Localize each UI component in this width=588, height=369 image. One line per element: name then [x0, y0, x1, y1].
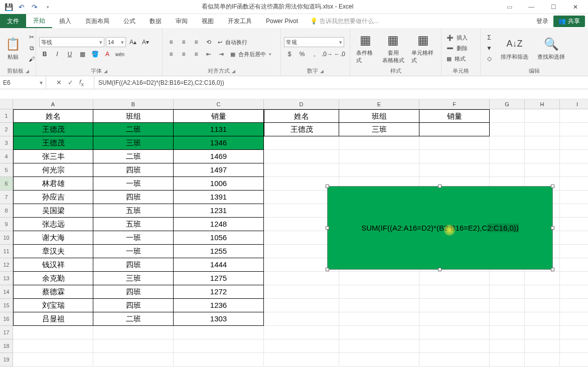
cell-A13[interactable]: 余克勤 [13, 272, 93, 285]
col-header-F[interactable]: F [419, 99, 490, 109]
ribbon-options-icon[interactable]: ▭ [499, 1, 520, 13]
tab-view[interactable]: 视图 [195, 14, 221, 28]
cell-F18[interactable] [419, 339, 490, 353]
cell-H17[interactable] [525, 326, 560, 339]
cell-H16[interactable] [525, 312, 560, 326]
cell-F19[interactable] [419, 353, 490, 366]
close-button[interactable]: ✕ [565, 1, 586, 13]
alignment-launcher-icon[interactable]: ◢ [232, 69, 235, 74]
cell-B10[interactable]: 一班 [93, 231, 174, 245]
border-button[interactable]: ▦ [77, 49, 88, 59]
decrease-decimal-icon[interactable]: ←.0 [334, 49, 345, 59]
cell-D18[interactable] [264, 339, 339, 353]
merge-center-button[interactable]: ▦合并后居中▾ [228, 49, 273, 59]
cell-I17[interactable] [560, 326, 588, 339]
cell-D16[interactable] [264, 312, 339, 326]
cell-D3[interactable] [264, 136, 339, 150]
underline-button[interactable]: U [64, 49, 75, 59]
col-header-A[interactable]: A [13, 99, 93, 109]
cell-A19[interactable] [13, 353, 93, 366]
cell-A18[interactable] [13, 339, 93, 353]
cell-B6[interactable]: 一班 [93, 177, 174, 191]
cell-B19[interactable] [93, 353, 174, 366]
row-header-16[interactable]: 16 [0, 312, 13, 326]
col-header-G[interactable]: G [490, 99, 525, 109]
cell-E5[interactable] [339, 163, 419, 177]
row-header-10[interactable]: 10 [0, 231, 13, 245]
row-header-15[interactable]: 15 [0, 299, 13, 312]
cell-C8[interactable]: 1231 [174, 204, 264, 218]
qat-more-icon[interactable]: ▾ [43, 3, 52, 12]
cell-I19[interactable] [560, 353, 588, 366]
decrease-font-icon[interactable]: A▾ [140, 37, 151, 47]
cell-I7[interactable] [560, 191, 588, 204]
cell-C18[interactable] [174, 339, 264, 353]
formula-textbox-shape[interactable]: SUM(IF((A2:A16=D2)*(B2:B16=E2),C2:C16,0)… [327, 186, 553, 270]
fill-color-button[interactable]: 🪣 [89, 49, 100, 59]
cell-G17[interactable] [490, 326, 525, 339]
cell-F14[interactable] [419, 285, 490, 299]
cell-B8[interactable]: 五班 [93, 204, 174, 218]
redo-icon[interactable]: ↷ [30, 3, 39, 12]
formula-cancel-icon[interactable]: ✕ [56, 79, 62, 86]
cut-icon[interactable]: ✂ [26, 32, 37, 42]
cell-I12[interactable] [560, 258, 588, 272]
cell-H18[interactable] [525, 339, 560, 353]
tab-home[interactable]: 开始 [26, 14, 52, 28]
cell-B4[interactable]: 二班 [93, 150, 174, 163]
cell-D14[interactable] [264, 285, 339, 299]
format-cells-button[interactable]: ▦格式 [445, 54, 470, 64]
percent-format-icon[interactable]: % [297, 49, 308, 59]
cell-C10[interactable]: 1056 [174, 231, 264, 245]
cell-I11[interactable] [560, 245, 588, 258]
copy-icon[interactable]: ⧉ [26, 43, 37, 53]
cell-H19[interactable] [525, 353, 560, 366]
row-header-12[interactable]: 12 [0, 258, 13, 272]
cell-E17[interactable] [339, 326, 419, 339]
bold-button[interactable]: B [39, 49, 50, 59]
cell-A12[interactable]: 钱汉祥 [13, 258, 93, 272]
font-size-combo[interactable]: 14▾ [106, 37, 126, 47]
cell-F5[interactable] [419, 163, 490, 177]
format-as-table-button[interactable]: ▦套用 表格格式 [381, 31, 405, 65]
wrap-text-button[interactable]: ↩自动换行 [216, 37, 249, 47]
cell-B14[interactable]: 四班 [93, 285, 174, 299]
cell-B3[interactable]: 三班 [93, 136, 174, 150]
cell-A14[interactable]: 蔡德霖 [13, 285, 93, 299]
share-button[interactable]: 👥 共享 [553, 16, 585, 27]
cell-C17[interactable] [174, 326, 264, 339]
cell-C14[interactable]: 1272 [174, 285, 264, 299]
cell-styles-button[interactable]: ▦单元格样式 [408, 31, 438, 65]
row-header-2[interactable]: 2 [0, 123, 13, 136]
align-left-icon[interactable]: ≡ [166, 49, 177, 59]
col-header-I[interactable]: I [560, 99, 588, 109]
cell-G1[interactable] [490, 109, 525, 123]
cell-B15[interactable]: 四班 [93, 299, 174, 312]
login-link[interactable]: 登录 [536, 17, 548, 26]
cell-B2[interactable]: 二班 [93, 123, 174, 136]
col-header-C[interactable]: C [174, 99, 264, 109]
cell-F16[interactable] [419, 312, 490, 326]
cell-H5[interactable] [525, 163, 560, 177]
row-header-3[interactable]: 3 [0, 136, 13, 150]
cell-D19[interactable] [264, 353, 339, 366]
col-header-H[interactable]: H [525, 99, 560, 109]
tab-file[interactable]: 文件 [0, 14, 26, 28]
cell-A8[interactable]: 吴国梁 [13, 204, 93, 218]
cell-B12[interactable]: 四班 [93, 258, 174, 272]
align-bottom-icon[interactable]: ≡ [191, 37, 202, 47]
cell-A10[interactable]: 谢大海 [13, 231, 93, 245]
cell-A9[interactable]: 张志远 [13, 218, 93, 231]
cell-C13[interactable]: 1275 [174, 272, 264, 285]
cell-I18[interactable] [560, 339, 588, 353]
increase-decimal-icon[interactable]: .0→ [322, 49, 333, 59]
align-right-icon[interactable]: ≡ [191, 49, 202, 59]
cell-B7[interactable]: 四班 [93, 191, 174, 204]
cell-I10[interactable] [560, 231, 588, 245]
cell-B9[interactable]: 五班 [93, 218, 174, 231]
minimize-button[interactable]: — [521, 1, 542, 13]
insert-function-icon[interactable]: fx [79, 78, 84, 87]
cell-F13[interactable] [419, 272, 490, 285]
cell-I3[interactable] [560, 136, 588, 150]
row-header-14[interactable]: 14 [0, 285, 13, 299]
